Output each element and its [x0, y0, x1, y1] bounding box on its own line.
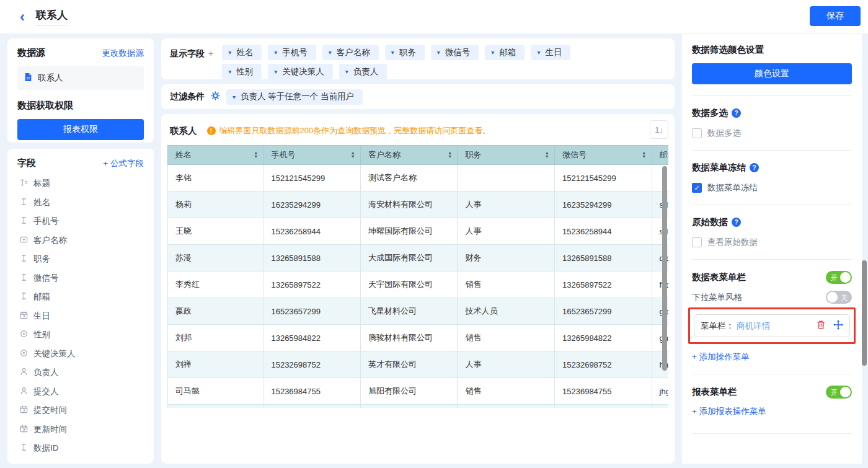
field-item-手机号[interactable]: 手机号 — [17, 212, 144, 231]
move-icon[interactable] — [833, 320, 843, 332]
table-cell: 16235294299 — [264, 192, 361, 218]
select-icon — [20, 236, 28, 245]
field-item-姓名[interactable]: 姓名 — [17, 193, 144, 213]
sort-carets-icon[interactable]: ▲▼ — [545, 151, 549, 159]
sort-carets-icon[interactable]: ▲▼ — [254, 151, 258, 159]
add-action-menu-link[interactable]: + 添加操作菜单 — [692, 351, 852, 363]
table-row[interactable]: 苏漫13265891588大成国际有限公司财务13265891588dfdf@1 — [168, 245, 669, 272]
checkbox-checked-icon[interactable]: ✓ — [692, 183, 702, 193]
menu-bar-value[interactable]: 商机详情 — [737, 320, 770, 332]
table-menu-toggle[interactable]: 开 — [826, 271, 852, 284]
dropdown-style-toggle[interactable]: 关 — [826, 291, 852, 304]
column-header-职务[interactable]: 职务▲▼ — [458, 146, 555, 165]
column-header-微信号[interactable]: 微信号▲▼ — [555, 146, 652, 165]
checkbox-unchecked-icon[interactable] — [692, 128, 702, 138]
field-item-关键决策人[interactable]: 关键决策人 — [17, 345, 144, 364]
table-row[interactable]: 嬴政16523657299飞星材料公司技术人员16523657299gfdg@1 — [168, 298, 669, 325]
toggle-on-label: 开 — [831, 273, 838, 283]
chip-label: 微信号 — [445, 47, 471, 58]
field-item-邮箱[interactable]: 邮箱 — [17, 288, 144, 307]
display-field-chip-关键决策人[interactable]: ▾关键决策人 — [268, 64, 333, 79]
field-item-微信号[interactable]: 微信号 — [17, 269, 144, 288]
field-label: 更新时间 — [33, 424, 67, 435]
table-cell: 李铭 — [168, 165, 264, 192]
field-item-客户名称[interactable]: 客户名称 — [17, 231, 144, 250]
add-report-action-menu-link[interactable]: + 添加报表操作菜单 — [692, 406, 852, 417]
report-permission-button[interactable]: 报表权限 — [17, 119, 144, 140]
help-icon[interactable]: ? — [750, 163, 759, 172]
menu-freeze-text: 数据菜单冻结 — [692, 162, 746, 174]
column-header-邮箱[interactable]: 邮箱 — [652, 146, 668, 165]
field-item-性别[interactable]: 性别 — [17, 325, 144, 345]
sort-order-button[interactable]: 1↓ — [650, 120, 668, 139]
fields-card: 字段 + 公式字段 标题姓名手机号客户名称职务微信号邮箱生日性别关键决策人负责人… — [7, 149, 154, 464]
text-icon — [20, 443, 28, 453]
field-item-提交时间[interactable]: 提交时间 — [17, 401, 144, 420]
table-row[interactable]: 李秀红13265897522天宇国际有限公司销售13265897522fgdgf… — [168, 272, 669, 298]
back-icon[interactable]: ‹ — [20, 9, 25, 24]
checkbox-unchecked-icon[interactable] — [692, 237, 702, 247]
change-datasource-link[interactable]: 更改数据源 — [102, 48, 144, 59]
table-row[interactable]: 王晓15236258944坤曜国际有限公司人事15236258944sdfs@1 — [168, 218, 669, 245]
annotation-highlight-box: 菜单栏： 商机详情 — [688, 307, 856, 344]
save-button[interactable]: 保存 — [810, 6, 861, 26]
table-row[interactable]: 刘邦13265984822腾骏材料有限公司销售13265984822ghg@16 — [168, 325, 669, 351]
menu-freeze-checkbox-row[interactable]: ✓ 数据菜单冻结 — [692, 182, 852, 193]
display-field-chip-客户名称[interactable]: ▾客户名称 — [322, 45, 379, 60]
table-menu-title: 数据表菜单栏 — [692, 272, 746, 283]
field-item-生日[interactable]: 生日 — [17, 307, 144, 326]
display-field-chip-职务[interactable]: ▾职务 — [385, 45, 425, 60]
column-header-手机号[interactable]: 手机号▲▼ — [264, 146, 361, 165]
column-header-客户名称[interactable]: 客户名称▲▼ — [360, 146, 458, 165]
table-row[interactable]: 李铭152121545299测试客户名称152121545299 — [168, 165, 669, 192]
table-cell: 旭阳有限公司 — [360, 378, 458, 405]
field-label: 负责人 — [33, 367, 59, 378]
formula-field-link[interactable]: + 公式字段 — [103, 158, 144, 169]
display-field-chip-手机号[interactable]: ▾手机号 — [268, 45, 316, 60]
display-field-chip-性别[interactable]: ▾性别 — [222, 64, 262, 79]
table-row[interactable]: 杨莉16235294299海安材料有限公司人事16235294299sdfsd@ — [168, 192, 669, 218]
chevron-down-icon: ▾ — [274, 68, 277, 75]
sort-carets-icon[interactable]: ▲▼ — [642, 151, 646, 159]
table-row[interactable]: 刘禅15232698752英才有限公司人事15232698752hhgh@ — [168, 351, 669, 378]
column-header-label: 客户名称 — [368, 150, 401, 159]
multi-select-checkbox-row[interactable]: 数据多选 — [692, 128, 852, 139]
field-item-更新时间[interactable]: 更新时间 — [17, 420, 144, 439]
field-item-提交人[interactable]: 提交人 — [17, 382, 144, 402]
display-field-chip-微信号[interactable]: ▾微信号 — [431, 45, 479, 60]
table-vertical-scrollbar[interactable] — [662, 166, 667, 371]
filter-condition-chip[interactable]: ▾ 负责人 等于任意一个 当前用户 — [226, 89, 363, 105]
trash-icon[interactable] — [816, 320, 826, 332]
field-item-职务[interactable]: 职务 — [17, 250, 144, 269]
page-vertical-scrollbar[interactable] — [862, 260, 867, 366]
raw-data-checkbox-row[interactable]: 查看原始数据 — [692, 237, 852, 248]
sort-carets-icon[interactable]: ▲▼ — [448, 151, 452, 159]
calendar-icon — [20, 311, 28, 321]
display-field-chip-负责人[interactable]: ▾负责人 — [339, 64, 388, 79]
datasource-item[interactable]: 联系人 — [17, 66, 144, 90]
table-title: 联系人 — [170, 125, 197, 137]
add-display-field-button[interactable]: + — [208, 48, 213, 58]
field-list: 标题姓名手机号客户名称职务微信号邮箱生日性别关键决策人负责人提交人提交时间更新时… — [17, 174, 144, 458]
field-item-负责人[interactable]: 负责人 — [17, 363, 144, 382]
display-field-chip-生日[interactable]: ▾生日 — [531, 45, 570, 60]
chip-label: 客户名称 — [337, 47, 370, 58]
help-icon[interactable]: ? — [732, 218, 741, 227]
field-item-标题[interactable]: 标题 — [17, 174, 144, 193]
color-settings-button[interactable]: 颜色设置 — [692, 63, 852, 84]
table-row[interactable]: 司马懿15236984755旭阳有限公司销售15236984755jhgj@16 — [168, 378, 669, 405]
column-header-姓名[interactable]: 姓名▲▼ — [168, 146, 264, 165]
field-item-数据ID[interactable]: 数据ID — [17, 439, 144, 458]
table-cell: 刘邦 — [168, 325, 264, 351]
table-cell: 152121545299 — [555, 165, 652, 192]
chip-label: 性别 — [236, 66, 253, 77]
help-icon[interactable]: ? — [732, 108, 741, 118]
menu-bar-item[interactable]: 菜单栏： 商机详情 — [694, 314, 850, 337]
chip-label: 职务 — [399, 47, 416, 58]
field-label: 职务 — [33, 254, 50, 265]
display-field-chip-邮箱[interactable]: ▾邮箱 — [485, 45, 525, 60]
gear-icon[interactable] — [211, 91, 220, 102]
display-field-chip-姓名[interactable]: ▾姓名 — [222, 45, 262, 60]
report-menu-toggle[interactable]: 开 — [826, 386, 852, 399]
sort-carets-icon[interactable]: ▲▼ — [351, 151, 355, 159]
